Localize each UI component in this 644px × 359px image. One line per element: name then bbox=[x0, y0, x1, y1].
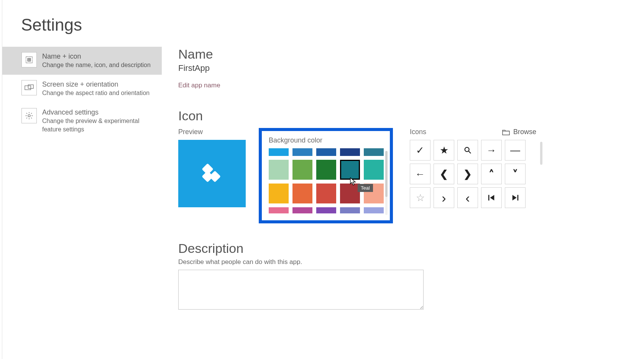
svg-rect-12 bbox=[488, 195, 490, 201]
sidebar-item-screen-size[interactable]: Screen size + orientation Change the asp… bbox=[2, 75, 162, 103]
color-swatch[interactable] bbox=[292, 160, 312, 180]
icon-option-chevron-right-bold[interactable]: ❯ bbox=[457, 164, 478, 184]
icon-option-minus[interactable]: — bbox=[505, 140, 526, 161]
screen-size-icon bbox=[21, 80, 37, 95]
icon-option-arrow-right[interactable]: → bbox=[481, 140, 502, 161]
sidebar-item-desc: Change the preview & experimental featur… bbox=[42, 117, 157, 133]
name-heading: Name bbox=[178, 47, 629, 62]
color-swatch[interactable] bbox=[316, 148, 336, 156]
icon-option-search[interactable] bbox=[457, 140, 478, 161]
icon-option-chevron-right[interactable]: › bbox=[434, 187, 454, 208]
sidebar-item-title: Name + icon bbox=[42, 52, 157, 61]
color-swatch[interactable] bbox=[364, 148, 384, 156]
background-color-panel: Background color Teal bbox=[259, 128, 393, 223]
sidebar-item-title: Advanced settings bbox=[42, 108, 157, 117]
color-swatch[interactable] bbox=[269, 207, 289, 213]
color-swatch[interactable] bbox=[316, 160, 336, 180]
sidebar-item-desc: Change the aspect ratio and orientation bbox=[42, 89, 157, 97]
icon-option-check[interactable]: ✓ bbox=[410, 140, 430, 161]
svg-point-10 bbox=[465, 148, 469, 152]
color-swatch[interactable] bbox=[340, 184, 360, 203]
bgcolor-scrollbar[interactable] bbox=[385, 151, 388, 215]
browse-label: Browse bbox=[513, 128, 536, 136]
icon-heading: Icon bbox=[178, 108, 629, 123]
color-swatch[interactable] bbox=[269, 184, 289, 203]
description-sub: Describe what people can do with this ap… bbox=[178, 258, 629, 266]
color-swatch[interactable] bbox=[340, 148, 360, 156]
color-swatch[interactable] bbox=[292, 207, 312, 213]
svg-rect-4 bbox=[25, 86, 31, 90]
gear-icon bbox=[21, 108, 37, 123]
icon-option-chevron-down-bold[interactable]: ˅ bbox=[505, 164, 526, 184]
svg-marker-15 bbox=[513, 195, 517, 201]
icon-option-star-filled[interactable]: ★ bbox=[434, 140, 454, 161]
preview-column: Preview bbox=[178, 128, 259, 207]
color-swatch[interactable] bbox=[340, 207, 360, 213]
icon-option-skip-next[interactable] bbox=[505, 187, 526, 208]
settings-sidebar: Name + icon Change the name, icon, and d… bbox=[2, 47, 162, 139]
description-heading: Description bbox=[178, 241, 629, 256]
preview-app-icon bbox=[195, 156, 229, 191]
color-swatch[interactable] bbox=[316, 184, 336, 203]
icon-section: Icon Preview Background color bbox=[178, 108, 629, 223]
icon-option-chevron-left-bold[interactable]: ❮ bbox=[434, 164, 454, 184]
sidebar-item-name-icon[interactable]: Name + icon Change the name, icon, and d… bbox=[2, 47, 162, 75]
icons-grid: ✓★→—←❮❯˄˅☆›‹ bbox=[410, 140, 536, 208]
svg-point-6 bbox=[28, 115, 30, 117]
icon-option-chevron-left[interactable]: ‹ bbox=[457, 187, 478, 208]
color-swatch[interactable] bbox=[292, 184, 312, 203]
icons-label: Icons bbox=[410, 128, 426, 136]
color-swatch[interactable] bbox=[269, 160, 289, 180]
preview-tile bbox=[178, 140, 246, 207]
app-name-value: FirstApp bbox=[178, 63, 629, 73]
color-swatch[interactable] bbox=[364, 207, 384, 213]
name-section: Name FirstApp Edit app name bbox=[178, 47, 629, 89]
page-title: Settings bbox=[21, 15, 82, 34]
color-swatch[interactable] bbox=[340, 160, 360, 180]
sidebar-item-title: Screen size + orientation bbox=[42, 80, 157, 89]
main-panel: Name FirstApp Edit app name Icon Preview bbox=[178, 47, 629, 359]
color-swatch[interactable] bbox=[316, 207, 336, 213]
folder-icon bbox=[502, 129, 510, 136]
color-swatch[interactable] bbox=[269, 148, 289, 156]
preview-label: Preview bbox=[178, 128, 259, 136]
sidebar-item-desc: Change the name, icon, and description bbox=[42, 61, 157, 69]
icon-option-chevron-up-bold[interactable]: ˄ bbox=[481, 164, 502, 184]
svg-rect-9 bbox=[202, 170, 214, 182]
edit-app-name-link[interactable]: Edit app name bbox=[178, 82, 220, 89]
icon-option-skip-previous[interactable] bbox=[481, 187, 502, 208]
icons-column: Icons Browse ✓★→—←❮❯˄˅☆›‹ bbox=[410, 128, 536, 208]
bgcolor-label: Background color bbox=[269, 136, 383, 144]
browse-button[interactable]: Browse bbox=[502, 128, 536, 136]
svg-line-11 bbox=[469, 151, 471, 154]
bgcolor-grid bbox=[269, 148, 383, 213]
icons-scrollbar[interactable] bbox=[540, 142, 542, 165]
description-input[interactable] bbox=[178, 270, 424, 310]
icon-option-star-outline[interactable]: ☆ bbox=[410, 187, 430, 208]
color-swatch[interactable] bbox=[292, 148, 312, 156]
bgcolor-scrollbar-thumb[interactable] bbox=[385, 151, 388, 197]
svg-rect-14 bbox=[518, 195, 519, 201]
icon-option-arrow-left[interactable]: ← bbox=[410, 164, 430, 184]
svg-marker-13 bbox=[490, 195, 494, 201]
color-swatch[interactable] bbox=[364, 160, 384, 180]
description-section: Description Describe what people can do … bbox=[178, 241, 629, 311]
color-tooltip: Teal bbox=[358, 184, 373, 192]
name-icon-icon bbox=[21, 52, 37, 67]
sidebar-item-advanced[interactable]: Advanced settings Change the preview & e… bbox=[2, 103, 162, 139]
